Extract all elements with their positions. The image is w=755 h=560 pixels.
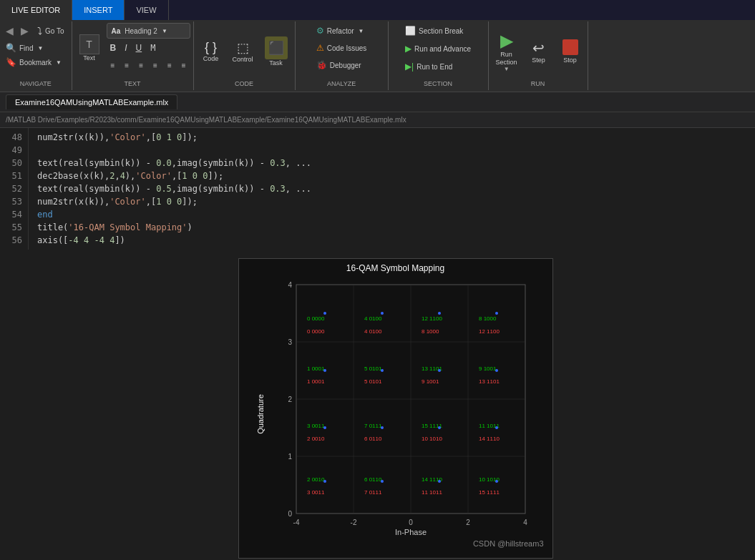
svg-point-36 bbox=[438, 369, 441, 372]
goto-button[interactable]: ⤵ Go To bbox=[33, 23, 69, 39]
svg-point-48 bbox=[438, 426, 441, 429]
code-line-52: text(real(symbin(k)) - 0.5,imag(symbin(k… bbox=[37, 182, 746, 195]
indent-button[interactable]: ≡ bbox=[163, 57, 176, 73]
svg-text:8  1000: 8 1000 bbox=[422, 328, 439, 335]
code-editor[interactable]: num2str(x(k)),'Color',[0 1 0]); text(rea… bbox=[29, 128, 755, 250]
run-to-end-button[interactable]: ▶| Run to End bbox=[401, 59, 457, 74]
svg-text:12 1100: 12 1100 bbox=[422, 315, 442, 322]
monospace-button[interactable]: M bbox=[147, 40, 159, 56]
svg-text:9  1001: 9 1001 bbox=[422, 378, 439, 385]
ribbon: LIVE EDITOR INSERT VIEW ◀ ▶ ⤵ Go To bbox=[0, 0, 755, 92]
refactor-button[interactable]: ⚙ Refactor ▼ bbox=[312, 23, 369, 39]
tab-insert[interactable]: INSERT bbox=[72, 0, 125, 20]
code-line-50: text(real(symbin(k)) - 0.0,imag(symbin(k… bbox=[37, 157, 746, 170]
chart-title: 16-QAM Symbol Mapping bbox=[239, 259, 552, 275]
svg-text:2: 2 bbox=[466, 519, 470, 526]
svg-point-46 bbox=[323, 426, 326, 429]
heading-dropdown[interactable]: Aa Heading 2 ▼ bbox=[107, 23, 190, 39]
group-section: ⬜ Section Break ▶ Run and Advance ▶| Run… bbox=[389, 21, 489, 90]
tab-view[interactable]: VIEW bbox=[125, 0, 168, 20]
chart-output-area: 16-QAM Symbol Mapping Quadrature -4 bbox=[36, 252, 755, 559]
svg-text:2  0010: 2 0010 bbox=[307, 476, 325, 483]
italic-button[interactable]: I bbox=[121, 40, 130, 56]
svg-text:13 1101: 13 1101 bbox=[479, 378, 500, 385]
svg-text:-4: -4 bbox=[293, 519, 299, 526]
task-button[interactable]: ⬛ Task bbox=[260, 26, 292, 77]
svg-text:12 1100: 12 1100 bbox=[479, 328, 500, 335]
svg-text:0: 0 bbox=[409, 519, 413, 526]
svg-text:10 1010: 10 1010 bbox=[422, 436, 442, 442]
run-label: RUN bbox=[531, 80, 545, 89]
section-break-button[interactable]: ⬜ Section Break bbox=[401, 23, 467, 39]
group-navigate: ◀ ▶ ⤵ Go To 🔍 Find ▼ 🔖 bbox=[0, 21, 72, 90]
file-tab[interactable]: Examine16QAMUsingMATLABExample.mlx bbox=[6, 94, 177, 109]
svg-text:0: 0 bbox=[288, 510, 292, 518]
code-line-53: num2str(x(k)),'Color',[1 0 0]); bbox=[37, 195, 746, 208]
svg-text:5  0101: 5 0101 bbox=[364, 365, 382, 372]
section-label: SECTION bbox=[424, 80, 452, 89]
code-line-56: axis([-4 4 -4 4]) bbox=[37, 234, 746, 247]
underline-button[interactable]: U bbox=[132, 40, 146, 56]
group-text: T Text Aa Heading 2 ▼ B I U M bbox=[72, 21, 194, 90]
svg-text:4  0100: 4 0100 bbox=[364, 328, 382, 335]
svg-text:4: 4 bbox=[523, 519, 527, 526]
run-and-advance-button[interactable]: ▶ Run and Advance bbox=[401, 41, 475, 57]
svg-point-23 bbox=[381, 312, 384, 315]
breadcrumb: /MATLAB Drive/Examples/R2023b/comm/Exami… bbox=[0, 112, 755, 128]
svg-text:4  0100: 4 0100 bbox=[364, 315, 382, 322]
group-analyze: ⚙ Refactor ▼ ⚠ Code Issues 🐞 Debugger AN… bbox=[296, 21, 389, 90]
tab-live-editor[interactable]: LIVE EDITOR bbox=[0, 0, 72, 20]
svg-text:1  0001: 1 0001 bbox=[307, 365, 325, 372]
control-button[interactable]: ⬚ Control bbox=[228, 26, 258, 77]
svg-text:4: 4 bbox=[288, 281, 292, 289]
stop-button[interactable]: Stop bbox=[556, 26, 585, 77]
svg-text:15 1111: 15 1111 bbox=[479, 489, 500, 496]
align-right-button[interactable]: ≡ bbox=[135, 57, 147, 73]
watermark: CSDN @hillstream3 bbox=[473, 539, 544, 548]
svg-text:11 1011: 11 1011 bbox=[422, 489, 442, 496]
run-section-button[interactable]: ▶ Run Section ▼ bbox=[492, 26, 522, 77]
svg-point-61 bbox=[495, 480, 498, 483]
svg-text:1  0001: 1 0001 bbox=[307, 378, 325, 385]
svg-text:2: 2 bbox=[288, 396, 292, 403]
forward-button[interactable]: ▶ bbox=[18, 23, 31, 39]
svg-text:8  1000: 8 1000 bbox=[479, 315, 497, 322]
svg-point-22 bbox=[323, 312, 326, 315]
svg-text:7  0111: 7 0111 bbox=[364, 423, 382, 429]
ribbon-tabs: LIVE EDITOR INSERT VIEW bbox=[0, 0, 755, 20]
outdent-button[interactable]: ≡ bbox=[177, 57, 190, 73]
align-left-button[interactable]: ≡ bbox=[107, 57, 120, 73]
code-issues-button[interactable]: ⚠ Code Issues bbox=[312, 40, 371, 56]
svg-text:In-Phase: In-Phase bbox=[394, 528, 426, 536]
svg-text:3: 3 bbox=[288, 338, 292, 346]
code-line-54: end bbox=[37, 208, 746, 221]
svg-point-58 bbox=[323, 480, 326, 483]
editor-wrapper: 48 49 50 51 52 53 54 55 56 num2str(x(k))… bbox=[0, 128, 755, 250]
svg-point-49 bbox=[495, 426, 498, 429]
file-tab-area: Examine16QAMUsingMATLABExample.mlx bbox=[0, 92, 755, 112]
step-button[interactable]: ↩ Step bbox=[525, 26, 553, 77]
find-button[interactable]: 🔍 Find ▼ bbox=[3, 41, 69, 54]
code-line-51: dec2base(x(k),2,4),'Color',[1 0 0]); bbox=[37, 170, 746, 182]
text-button[interactable]: T Text bbox=[75, 26, 104, 69]
align-center-button[interactable]: ≡ bbox=[120, 57, 133, 73]
svg-text:7  0111: 7 0111 bbox=[364, 489, 382, 496]
svg-text:0  0000: 0 0000 bbox=[307, 328, 325, 335]
list-button[interactable]: ≡ bbox=[149, 57, 162, 73]
svg-text:-2: -2 bbox=[350, 519, 356, 526]
svg-text:1: 1 bbox=[288, 453, 292, 461]
code-label: CODE bbox=[235, 80, 253, 89]
group-run: ▶ Run Section ▼ ↩ Step Stop RUN bbox=[489, 21, 588, 90]
debugger-button[interactable]: 🐞 Debugger bbox=[312, 57, 366, 73]
svg-point-34 bbox=[323, 369, 326, 372]
code-line-49 bbox=[37, 144, 746, 157]
svg-text:14 1110: 14 1110 bbox=[479, 436, 500, 442]
main-content: 48 49 50 51 52 53 54 55 56 num2str(x(k))… bbox=[0, 128, 755, 559]
back-button[interactable]: ◀ bbox=[3, 23, 16, 39]
svg-text:3  0011: 3 0011 bbox=[307, 489, 325, 496]
bold-button[interactable]: B bbox=[107, 40, 120, 56]
code-line-55: title('16-QAM Symbol Mapping') bbox=[37, 221, 746, 234]
bookmark-button[interactable]: 🔖 Bookmark ▼ bbox=[3, 56, 69, 69]
svg-point-37 bbox=[495, 369, 498, 372]
code-button[interactable]: { } Code bbox=[197, 26, 225, 77]
